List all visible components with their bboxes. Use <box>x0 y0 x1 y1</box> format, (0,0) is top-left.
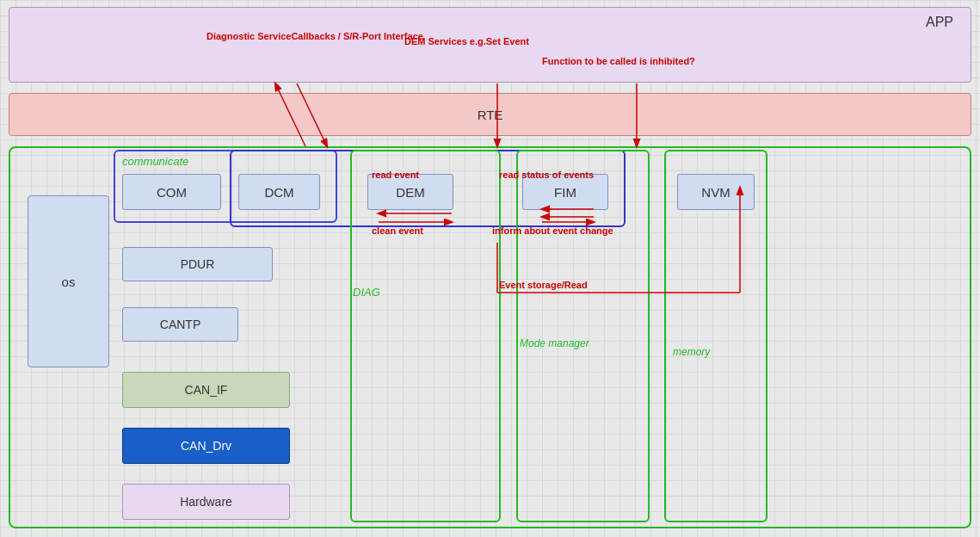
clean-event-label: clean event <box>372 225 423 236</box>
function-inhibited-label: Function to be called is inhibited? <box>542 56 695 66</box>
os-box: os <box>28 195 109 367</box>
app-label: APP <box>926 15 953 30</box>
com-box: COM <box>122 174 221 210</box>
read-event-label: read event <box>372 170 419 180</box>
canif-label: CAN_IF <box>185 383 228 397</box>
nvm-box: NVM <box>677 174 755 210</box>
dem-label: DEM <box>396 185 424 200</box>
diagnostic-callbacks-label: Diagnostic ServiceCallbacks / S/R-Port I… <box>206 30 423 42</box>
modemanager-label: Mode manager <box>520 337 589 349</box>
pdur-label: PDUR <box>181 257 215 271</box>
event-storage-label: Event storage/Read <box>499 280 588 290</box>
hardware-label: Hardware <box>180 495 232 509</box>
cantp-label: CANTP <box>160 318 200 331</box>
rte-box: RTE <box>9 93 971 136</box>
diagram-container: APP RTE os communicate COM DCM DIAG DEM <box>0 0 980 537</box>
com-label: COM <box>157 185 187 200</box>
memory-label: memory <box>673 346 710 358</box>
read-status-label: read status of events <box>499 170 594 180</box>
os-label: os <box>62 275 76 289</box>
hardware-box: Hardware <box>122 484 290 520</box>
pdur-box: PDUR <box>122 247 273 281</box>
nvm-label: NVM <box>701 185 730 200</box>
main-outer-container: os communicate COM DCM DIAG DEM Mode man… <box>9 146 971 528</box>
rte-label: RTE <box>478 108 503 122</box>
inform-about-label: inform about event change <box>492 225 613 236</box>
dem-services-label: DEM Services e.g.Set Event <box>404 36 529 46</box>
canif-box: CAN_IF <box>122 372 290 408</box>
fim-label: FIM <box>554 185 576 200</box>
candrv-box: CAN_Drv <box>122 428 290 464</box>
cantp-box: CANTP <box>122 307 238 342</box>
candrv-label: CAN_Drv <box>181 439 231 453</box>
